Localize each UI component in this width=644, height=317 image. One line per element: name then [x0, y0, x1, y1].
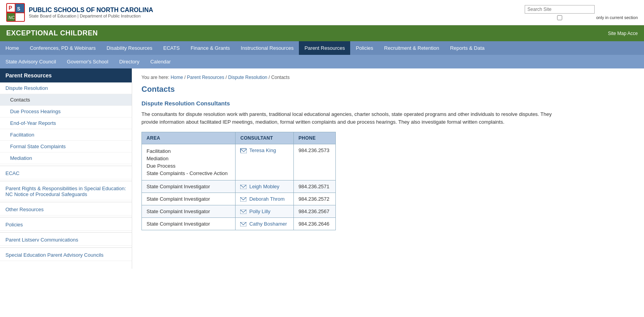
sidebar-divider-1: [0, 166, 132, 166]
nav-instructional[interactable]: Instructional Resources: [236, 41, 299, 55]
table-row: Facilitation Mediation Due Process State…: [142, 144, 336, 180]
breadcrumb-dispute-resolution[interactable]: Dispute Resolution: [228, 75, 267, 80]
banner-links[interactable]: Site Map Acce: [608, 31, 638, 36]
consultant-link-cathy-boshamer[interactable]: Cathy Boshamer: [240, 221, 289, 227]
section-title: EXCEPTIONAL CHILDREN: [6, 29, 98, 37]
phone-cell-5: 984.236.2646: [294, 218, 336, 230]
breadcrumb: You are here: Home / Parent Resources / …: [141, 75, 635, 80]
sidebar-item-listserv[interactable]: Parent Listserv Communications: [0, 234, 132, 246]
nav-recruitment[interactable]: Recruitment & Retention: [379, 41, 445, 55]
site-header: P S NC PUBLIC SCHOOLS OF NORTH CAROLINA …: [0, 0, 644, 25]
svg-text:NC: NC: [9, 15, 15, 20]
nav-disability-resources[interactable]: Disability Resources: [101, 41, 158, 55]
nav-state-advisory[interactable]: State Advisory Council: [0, 55, 61, 68]
area-mediation: Mediation: [147, 155, 230, 162]
consultant-link-polly-lilly[interactable]: Polly Lilly: [240, 208, 289, 214]
nav-reports[interactable]: Reports & Data: [445, 41, 490, 55]
search-area: only in current section: [525, 5, 638, 20]
sidebar: Parent Resources Dispute Resolution Cont…: [0, 68, 132, 269]
area-corrective-action: State Complaints - Corrective Action: [147, 170, 230, 177]
sidebar-item-formal-complaints[interactable]: Formal State Complaints: [0, 141, 132, 152]
nav-finance[interactable]: Finance & Grants: [185, 41, 235, 55]
contacts-table: AREA CONSULTANT PHONE Facilitation Media…: [141, 132, 336, 230]
breadcrumb-parent-resources[interactable]: Parent Resources: [187, 75, 224, 80]
nav-parent-resources[interactable]: Parent Resources: [299, 41, 350, 55]
sidebar-item-advisory-councils[interactable]: Special Education Parent Advisory Counci…: [0, 249, 132, 261]
nav-governors-school[interactable]: Governor's School: [61, 55, 114, 68]
sidebar-divider-4: [0, 217, 132, 217]
sidebar-divider-6: [0, 247, 132, 248]
table-row: State Complaint Investigator Cathy Bosha…: [142, 218, 336, 230]
sidebar-item-policies[interactable]: Policies: [0, 219, 132, 231]
search-input[interactable]: [525, 5, 595, 14]
breadcrumb-current: Contacts: [271, 75, 290, 80]
consultant-cell-5: Cathy Boshamer: [236, 218, 294, 230]
logo-text: PUBLIC SCHOOLS OF NORTH CAROLINA State B…: [29, 7, 153, 18]
area-facilitation: Facilitation: [147, 147, 230, 155]
logo-area: P S NC PUBLIC SCHOOLS OF NORTH CAROLINA …: [6, 3, 153, 22]
nav-row-2: State Advisory Council Governor's School…: [0, 55, 644, 68]
sidebar-item-other-resources[interactable]: Other Resources: [0, 204, 132, 215]
consultant-cell-2: Leigh Mobley: [236, 180, 294, 193]
sidebar-divider-3: [0, 202, 132, 202]
site-logo-icon: P S NC: [6, 3, 25, 22]
consultant-cell-3: Deborah Throm: [236, 193, 294, 205]
area-due-process: Due Process: [147, 162, 230, 170]
search-section-label[interactable]: only in current section: [525, 15, 638, 20]
sidebar-item-contacts[interactable]: Contacts: [0, 94, 132, 106]
sidebar-item-end-of-year[interactable]: End-of-Year Reports: [0, 117, 132, 129]
nav-row-1: Home Conferences, PD & Webinars Disabili…: [0, 41, 644, 55]
consultant-link-deborah-throm[interactable]: Deborah Throm: [240, 196, 289, 202]
phone-cell-1: 984.236.2573: [294, 144, 336, 180]
sidebar-item-facilitation[interactable]: Facilitation: [0, 129, 132, 141]
org-name: PUBLIC SCHOOLS OF NORTH CAROLINA: [29, 7, 153, 14]
svg-rect-4: [16, 13, 24, 21]
area-cell-3: State Complaint Investigator: [142, 193, 236, 205]
sidebar-item-due-process[interactable]: Due Process Hearings: [0, 106, 132, 117]
search-section-checkbox[interactable]: [525, 15, 595, 20]
area-cell-4: State Complaint Investigator: [142, 205, 236, 218]
email-icon: [240, 209, 246, 214]
consultant-link-teresa-king[interactable]: Teresa King: [240, 147, 289, 153]
consultant-link-leigh-mobley[interactable]: Leigh Mobley: [240, 184, 289, 189]
main-content: You are here: Home / Parent Resources / …: [132, 68, 644, 269]
sidebar-item-parent-rights[interactable]: Parent Rights & Responsibilities in Spec…: [0, 183, 132, 200]
consultant-cell-4: Polly Lilly: [236, 205, 294, 218]
phone-cell-4: 984.236.2567: [294, 205, 336, 218]
svg-text:S: S: [17, 6, 20, 12]
sidebar-item-ecac[interactable]: ECAC: [0, 168, 132, 179]
email-icon: [240, 148, 246, 152]
table-header-row: AREA CONSULTANT PHONE: [142, 132, 336, 144]
org-sub: State Board of Education | Department of…: [29, 14, 153, 18]
col-phone: PHONE: [294, 132, 336, 144]
nav-calendar[interactable]: Calendar: [145, 55, 176, 68]
content-wrapper: Parent Resources Dispute Resolution Cont…: [0, 68, 644, 269]
email-icon: [240, 184, 246, 189]
area-cell-5: State Complaint Investigator: [142, 218, 236, 230]
nav-policies[interactable]: Policies: [350, 41, 379, 55]
breadcrumb-home[interactable]: Home: [171, 75, 183, 80]
nav-conferences[interactable]: Conferences, PD & Webinars: [24, 41, 101, 55]
sidebar-title: Parent Resources: [0, 68, 132, 82]
sidebar-item-mediation[interactable]: Mediation: [0, 152, 132, 164]
section-banner: EXCEPTIONAL CHILDREN Site Map Acce: [0, 25, 644, 41]
nav-ecats[interactable]: ECATS: [158, 41, 185, 55]
page-title: Contacts: [141, 85, 635, 94]
sidebar-divider-2: [0, 181, 132, 181]
col-consultant: CONSULTANT: [236, 132, 294, 144]
email-icon: [240, 222, 246, 226]
table-row: State Complaint Investigator Polly Lilly…: [142, 205, 336, 218]
email-icon: [240, 197, 246, 201]
svg-text:P: P: [9, 5, 12, 11]
phone-cell-2: 984.236.2571: [294, 180, 336, 193]
top-nav: Home Conferences, PD & Webinars Disabili…: [0, 41, 644, 68]
consultant-cell-1: Teresa King: [236, 144, 294, 180]
table-row: State Complaint Investigator Leigh Moble…: [142, 180, 336, 193]
section-subtitle: Dispute Resolution Consultants: [141, 100, 635, 107]
sidebar-item-dispute-resolution[interactable]: Dispute Resolution: [0, 82, 132, 94]
nav-directory[interactable]: Directory: [114, 55, 145, 68]
table-row: State Complaint Investigator Deborah Thr…: [142, 193, 336, 205]
page-description: The consultants for dispute resolution w…: [141, 110, 569, 126]
sidebar-divider-5: [0, 232, 132, 233]
nav-home[interactable]: Home: [0, 41, 24, 55]
